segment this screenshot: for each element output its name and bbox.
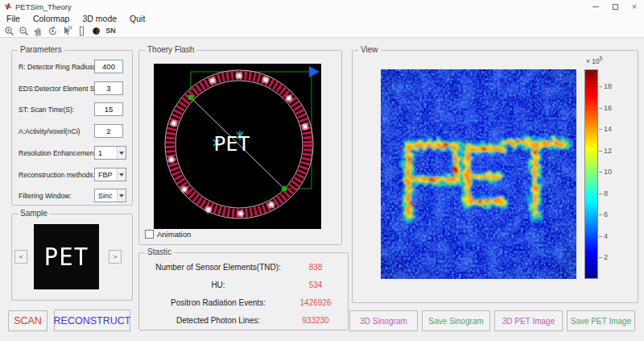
view-panel: View: [352, 50, 638, 303]
flash-phantom-text: PET: [213, 132, 250, 156]
3d-pet-image-button[interactable]: 3D PET Image: [494, 310, 563, 331]
title-bar: PETSim_Theory ×: [0, 0, 644, 13]
colorbar-tick-label: 8: [604, 189, 608, 198]
colorbar-tick-label: 14: [604, 125, 612, 133]
menu-3d-mode[interactable]: 3D mode: [76, 14, 123, 23]
colorbar-icon[interactable]: [76, 25, 88, 36]
sample-title: Sample: [18, 209, 50, 218]
ring-radius-input[interactable]: [94, 60, 123, 73]
coincidence-detector-b: [282, 186, 287, 191]
zoom-out-icon[interactable]: [18, 25, 30, 36]
activity-label: A:Activity/voxel(nCi): [19, 127, 80, 135]
resolution-enhancement-select[interactable]: 1: [94, 146, 126, 160]
pet-reconstruction-image: [381, 69, 576, 279]
sn-label: SN: [105, 27, 116, 35]
zoom-in-icon[interactable]: [3, 25, 15, 36]
chevron-down-icon: [117, 189, 126, 202]
3d-sinogram-button[interactable]: 3D Sinogram: [349, 310, 418, 331]
brush-circle-icon[interactable]: [90, 25, 102, 36]
colorbar-tick-label: 6: [604, 210, 608, 218]
scan-direction-arrow: [309, 66, 320, 77]
parameters-panel: Parameters R: Detector Ring Radius(mm) E…: [11, 50, 133, 206]
reconstruction-method-label: Reconstruction methods:: [19, 171, 95, 179]
reconstruction-method-value: FBP: [95, 171, 117, 179]
pan-hand-icon[interactable]: [32, 25, 44, 36]
window-title: PETSim_Theory: [15, 2, 72, 11]
colorbar-scale-label: × 105: [586, 56, 602, 65]
resolution-enhancement-label: Resolution Enhancement:: [19, 149, 97, 157]
hu-label: HU:: [146, 281, 291, 289]
detector-ring-graphic: PET: [154, 64, 321, 229]
resolution-enhancement-value: 1: [95, 149, 117, 157]
animation-label: Animation: [157, 230, 191, 239]
photon-lines-value: 933230: [283, 316, 349, 325]
menu-colormap[interactable]: Colormap: [27, 14, 76, 23]
scan-time-label: ST: Scan Time(S):: [19, 106, 74, 114]
parameters-title: Parameters: [18, 45, 64, 54]
colorbar-tick-label: 18: [604, 82, 612, 90]
view-title: View: [358, 45, 381, 54]
data-cursor-icon[interactable]: [61, 25, 73, 36]
sample-next-button[interactable]: >: [109, 250, 122, 264]
scan-button[interactable]: SCAN: [8, 310, 47, 331]
save-sinogram-button[interactable]: Save Sinogram: [422, 310, 490, 331]
sample-phantom-text: PET: [44, 243, 89, 272]
sample-prev-button[interactable]: <: [14, 250, 27, 264]
reconstruction-method-select[interactable]: FBP: [94, 168, 126, 181]
menu-quit[interactable]: Quit: [123, 14, 151, 23]
hu-value: 534: [283, 281, 349, 289]
sn-tool-icon[interactable]: SN: [105, 25, 117, 36]
minimize-button[interactable]: [586, 0, 605, 13]
positron-events-label: Positron Radiation Events:: [146, 298, 291, 307]
positron-events-value: 1426926: [283, 298, 349, 307]
animation-checkbox[interactable]: [145, 230, 154, 239]
detector-ring-display: PET: [154, 64, 321, 229]
sample-phantom-image: PET: [34, 224, 99, 289]
activity-input[interactable]: [94, 124, 123, 138]
colorbar-tick-label: 12: [604, 147, 612, 155]
colorbar: [584, 69, 598, 279]
stastic-title: Stastic: [145, 247, 174, 256]
stastic-panel: Stastic Number of Sensor Elements(TND): …: [138, 252, 349, 331]
save-pet-image-button[interactable]: Save PET Image: [567, 310, 635, 331]
chevron-down-icon: [117, 168, 126, 181]
theory-flash-title: Thoery Flash: [145, 45, 196, 54]
scan-time-input[interactable]: [94, 102, 123, 116]
sensor-elements-label: Number of Sensor Elements(TND):: [146, 263, 291, 272]
petsim-window: PETSim_Theory × File Colormap 3D mode Qu…: [0, 0, 644, 341]
filtering-window-label: Filtering Window:: [19, 192, 72, 200]
menu-file[interactable]: File: [0, 14, 27, 23]
filtering-window-value: Sinc: [95, 192, 117, 200]
colorbar-ticks: 18161412108642: [604, 51, 628, 302]
colorbar-tick-label: 2: [604, 253, 608, 261]
toolbar: SN: [0, 24, 644, 38]
element-size-input[interactable]: [94, 81, 123, 95]
app-icon: [4, 2, 12, 10]
photon-lines-label: Detected Photon Lines:: [146, 316, 291, 325]
chevron-down-icon: [117, 147, 126, 159]
coincidence-detector-a: [188, 95, 193, 100]
maximize-button[interactable]: [605, 0, 625, 13]
reconstruct-button[interactable]: RECONSTRUCT: [54, 310, 130, 331]
colorbar-tick-label: 4: [604, 232, 608, 240]
theory-flash-panel: Thoery Flash: [138, 50, 342, 245]
menu-bar: File Colormap 3D mode Quit: [0, 13, 644, 24]
rotate-3d-icon[interactable]: [47, 25, 59, 36]
filtering-window-select[interactable]: Sinc: [94, 189, 126, 202]
colorbar-tick-label: 10: [604, 168, 612, 176]
sensor-elements-value: 838: [283, 263, 349, 272]
close-button[interactable]: ×: [625, 0, 644, 13]
sample-panel: Sample PET < >: [11, 214, 133, 301]
colorbar-tick-label: 16: [604, 104, 612, 112]
